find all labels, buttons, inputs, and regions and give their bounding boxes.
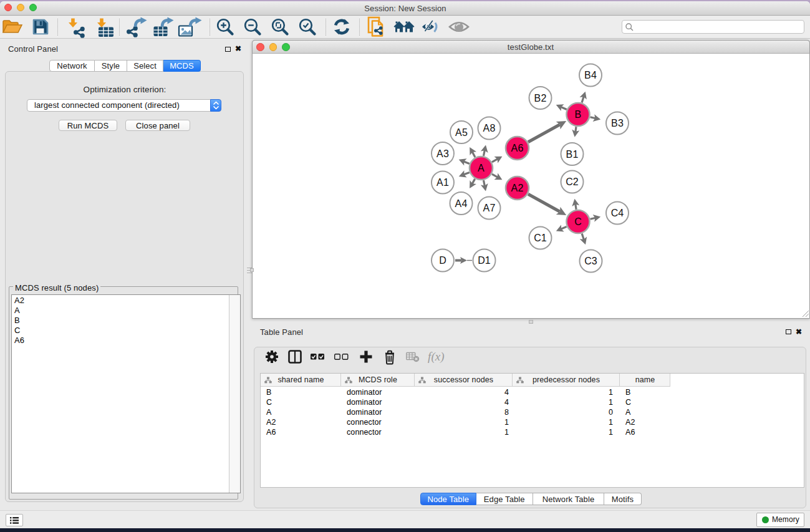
svg-text:A: A (478, 163, 485, 173)
svg-text:D: D (439, 255, 446, 266)
svg-text:A4: A4 (455, 198, 468, 209)
svg-text:C4: C4 (611, 208, 624, 218)
svg-text:A5: A5 (455, 127, 468, 138)
svg-text:A6: A6 (511, 143, 524, 153)
svg-text:C1: C1 (534, 233, 547, 243)
svg-text:B: B (575, 109, 582, 120)
svg-text:C2: C2 (566, 177, 579, 187)
svg-text:D1: D1 (478, 255, 491, 266)
svg-text:B4: B4 (584, 70, 597, 80)
svg-text:A7: A7 (483, 203, 496, 213)
svg-text:A1: A1 (436, 177, 449, 188)
svg-text:C3: C3 (584, 256, 597, 266)
svg-text:B2: B2 (534, 93, 547, 104)
svg-text:A3: A3 (436, 148, 449, 159)
svg-text:A8: A8 (483, 123, 496, 133)
svg-text:C: C (574, 216, 582, 227)
svg-text:B1: B1 (566, 149, 579, 160)
svg-text:B3: B3 (611, 118, 624, 128)
svg-text:A2: A2 (511, 183, 524, 193)
